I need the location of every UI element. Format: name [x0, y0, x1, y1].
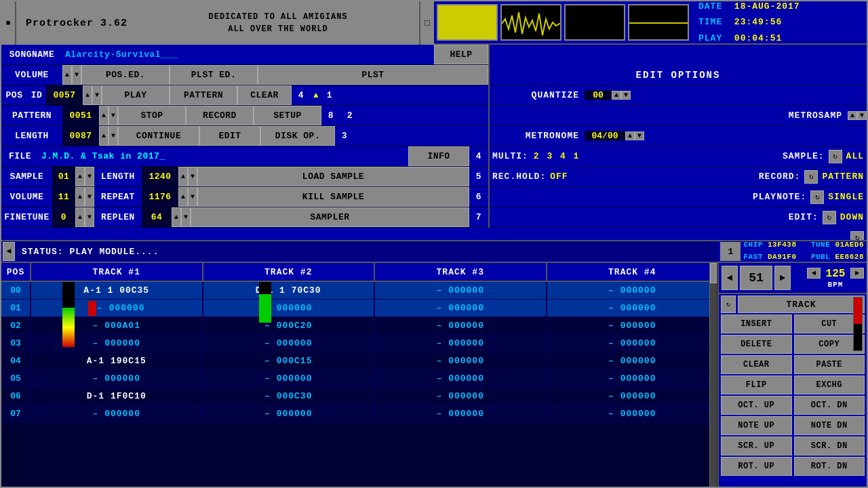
paste-button[interactable]: PASTE — [794, 355, 865, 374]
pattern-down-arrow[interactable]: ▼ — [108, 106, 118, 125]
stop-button[interactable]: STOP — [118, 106, 186, 125]
pos-header: POS — [1, 263, 30, 281]
pattern-row[interactable]: 05– 000000– 000000– 000000– 000000 — [1, 370, 717, 388]
close-icon[interactable]: □ — [419, 1, 434, 45]
track-button[interactable]: TRACK — [738, 296, 865, 313]
pattern-row[interactable]: 07– 000000– 000000– 000000– 000000 — [1, 405, 717, 423]
pattern-up-arrow[interactable]: ▲ — [99, 106, 108, 125]
play-button[interactable]: PLAY — [102, 85, 170, 105]
plst-button[interactable]: PLST — [258, 65, 488, 85]
replen-up-arrow[interactable]: ▲ — [172, 207, 181, 227]
kill-sample-button[interactable]: KILL SAMPLE — [197, 187, 469, 207]
oct-up-button[interactable]: OCT. UP — [721, 396, 792, 415]
repeat-down-arrow[interactable]: ▼ — [188, 187, 197, 207]
quant-down-arrow[interactable]: ▼ — [621, 91, 631, 100]
metrosamp-down-arrow[interactable]: ▼ — [857, 111, 867, 120]
pos-ed-button[interactable]: POS.ED. — [81, 65, 170, 85]
record-opt-icon[interactable]: ↻ — [804, 170, 818, 184]
songname-value: Alarcity-Survival___ — [62, 45, 434, 64]
sample-down-arrow[interactable]: ▼ — [85, 167, 94, 186]
scr-dn-button[interactable]: SCR. DN — [794, 436, 865, 455]
volume-up-arrow[interactable]: ▲ — [62, 65, 72, 85]
repeat-label: REPEAT — [94, 187, 142, 207]
slength-down-arrow[interactable]: ▼ — [188, 167, 197, 186]
pattern-row[interactable]: 00A-1 1 00C35D-1 1 70C30– 000000– 000000 — [1, 282, 717, 300]
row-pos: 05 — [1, 373, 30, 384]
pos-up-arrow[interactable]: ▲ — [83, 85, 92, 105]
replen-down-arrow[interactable]: ▼ — [181, 207, 191, 227]
pattern-left-arrow[interactable]: ◄ — [722, 266, 738, 290]
insert-button[interactable]: INSERT — [721, 314, 792, 333]
track-cell: – 000000 — [202, 300, 374, 317]
metronome-value: 04/00 — [585, 131, 625, 141]
pos-down-arrow[interactable]: ▼ — [92, 85, 102, 105]
sample-value: 01 — [52, 167, 75, 186]
play-label: PLAY — [698, 33, 722, 43]
setup-button[interactable]: SETUP — [254, 106, 321, 125]
rot-up-button[interactable]: ROT. UP — [721, 457, 792, 476]
disk-op-button[interactable]: DISK OP. — [260, 126, 335, 146]
slength-up-arrow[interactable]: ▲ — [178, 167, 188, 186]
bpm-left-arrow[interactable]: ◄ — [807, 268, 821, 279]
bpm-right-arrow[interactable]: ► — [850, 268, 864, 279]
exchg-button[interactable]: EXCHG — [794, 375, 865, 394]
record-button[interactable]: RECORD — [186, 106, 254, 125]
scr-up-button[interactable]: SCR. UP — [721, 436, 792, 455]
waveform-2 — [500, 4, 561, 41]
quant-up-arrow[interactable]: ▲ — [612, 91, 621, 100]
replen-value: 64 — [142, 207, 172, 227]
vol2-down-arrow[interactable]: ▼ — [85, 187, 94, 207]
pattern-row[interactable]: 04A-1 190C15– 000C15– 000000– 000000 — [1, 352, 717, 370]
rot-dn-button[interactable]: ROT. DN — [794, 457, 865, 476]
playnote-icon[interactable]: ↻ — [810, 190, 824, 204]
track2-header: TRACK #2 — [202, 263, 374, 281]
pattern-row[interactable]: 01– 000000– 000000– 000000– 000000 — [1, 300, 717, 317]
track-cell: – 000000 — [546, 370, 718, 387]
rec-hold-label: REC.HOLD: — [490, 171, 546, 182]
metro-up-arrow[interactable]: ▲ — [625, 131, 635, 140]
pattern-button[interactable]: PATTERN — [170, 85, 237, 105]
status-num[interactable]: 1 — [720, 242, 741, 261]
note-dn-button[interactable]: NOTE DN — [794, 416, 865, 435]
waveform-3 — [564, 4, 625, 41]
edit-button[interactable]: EDIT — [199, 126, 260, 146]
info-button[interactable]: INFO — [408, 146, 469, 166]
help-button[interactable]: HELP — [434, 45, 488, 64]
continue-button[interactable]: CONTINUE — [118, 126, 199, 146]
window-icon[interactable]: ■ — [1, 1, 16, 45]
status-left-arrow[interactable]: ◄ — [3, 242, 15, 261]
track-cell: – 000C30 — [202, 388, 374, 405]
ft-down-arrow[interactable]: ▼ — [85, 207, 94, 227]
delete-button[interactable]: DELETE — [721, 335, 792, 354]
file-label: FILE — [1, 146, 39, 166]
pattern-row[interactable]: 03– 000000– 000000– 000000– 000000 — [1, 335, 717, 352]
flip-button[interactable]: FLIP — [721, 375, 792, 394]
pattern-right-arrow[interactable]: ► — [774, 266, 791, 290]
sample-up-arrow[interactable]: ▲ — [75, 167, 85, 186]
load-sample-button[interactable]: LOAD SAMPLE — [197, 167, 469, 186]
track-icon[interactable]: ↻ — [721, 296, 736, 313]
metro-down-arrow[interactable]: ▼ — [635, 131, 644, 140]
repeat-up-arrow[interactable]: ▲ — [178, 187, 188, 207]
track-cell: – 000000 — [202, 370, 374, 387]
app-title: Protrocker 3.62 — [16, 1, 137, 45]
length-up-arrow[interactable]: ▲ — [99, 126, 108, 146]
ft-up-arrow[interactable]: ▲ — [75, 207, 85, 227]
pattern-row[interactable]: 06D-1 1F0C10– 000C30– 000000– 000000 — [1, 388, 717, 405]
clear-button-rp[interactable]: CLEAR — [721, 355, 792, 374]
volume-down-arrow[interactable]: ▼ — [72, 65, 81, 85]
length-down-arrow[interactable]: ▼ — [108, 126, 118, 146]
clear-button[interactable]: CLEAR — [237, 85, 292, 105]
plst-ed-button[interactable]: PLST ED. — [170, 65, 258, 85]
row-pos: 02 — [1, 321, 30, 331]
date-label: DATE — [698, 1, 722, 12]
edit-opt-icon[interactable]: ↻ — [823, 211, 836, 224]
sample-opt-icon[interactable]: ↻ — [829, 150, 842, 163]
oct-dn-button[interactable]: OCT. DN — [794, 396, 865, 415]
pattern-row[interactable]: 02– 000A01– 000C20– 000000– 000000 — [1, 317, 717, 335]
vol2-up-arrow[interactable]: ▲ — [75, 187, 85, 207]
note-up-button[interactable]: NOTE UP — [721, 416, 792, 435]
sampler-button[interactable]: SAMPLER — [191, 207, 469, 227]
metrosamp-up-arrow[interactable]: ▲ — [848, 111, 857, 120]
track-cell: – 000000 — [30, 335, 202, 352]
